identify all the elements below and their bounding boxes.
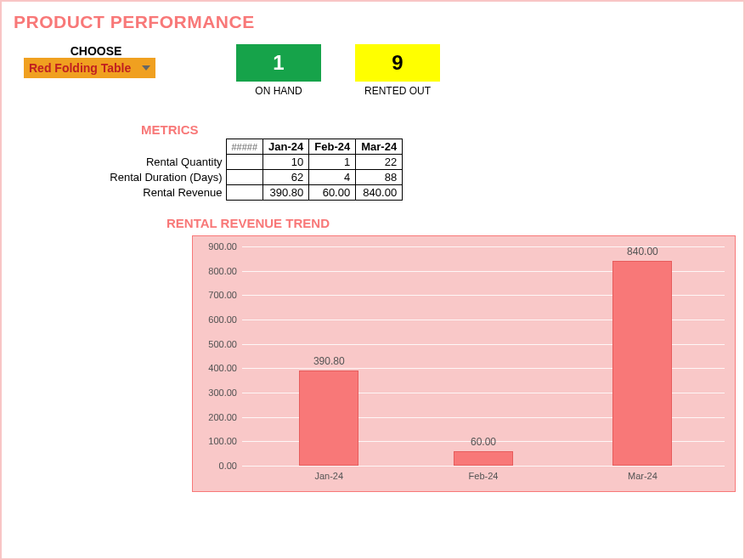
rented-out-stat: 9 RENTED OUT <box>355 44 440 97</box>
y-tick-label: 300.00 <box>201 387 237 398</box>
revenue-chart: 0.00100.00200.00300.00400.00500.00600.00… <box>192 235 736 492</box>
x-tick-label: Jan-24 <box>286 471 371 481</box>
y-tick-label: 500.00 <box>201 339 237 349</box>
chart-bar <box>454 451 513 466</box>
on-hand-value: 1 <box>273 51 284 75</box>
table-cell: 62 <box>263 170 309 185</box>
hash-cell: ##### <box>226 139 263 155</box>
y-tick-label: 700.00 <box>201 290 237 300</box>
row-label: Rental Revenue <box>103 185 226 201</box>
bar-value-label: 840.00 <box>608 246 676 257</box>
x-tick-label: Feb-24 <box>441 471 526 481</box>
grid-line <box>242 466 725 467</box>
page-title: PRODUCT PERFORMANCE <box>14 12 731 32</box>
on-hand-stat: 1 ON HAND <box>236 44 321 97</box>
chart-bar <box>299 371 358 466</box>
rented-out-value: 9 <box>392 51 403 75</box>
choose-label: CHOOSE <box>24 44 168 58</box>
col-header: Mar-24 <box>356 139 403 155</box>
chart-title: RENTAL REVENUE TREND <box>166 216 731 230</box>
y-tick-label: 900.00 <box>201 241 237 252</box>
table-cell: 390.80 <box>263 185 309 201</box>
product-select[interactable]: Red Folding Table <box>24 58 155 78</box>
y-tick-label: 600.00 <box>201 314 237 325</box>
col-header: Feb-24 <box>309 139 356 155</box>
product-select-value: Red Folding Table <box>29 61 131 75</box>
table-cell: 10 <box>263 155 309 170</box>
row-label: Rental Quantity <box>103 155 226 170</box>
metrics-title: METRICS <box>141 122 731 137</box>
table-cell: 60.00 <box>309 185 356 201</box>
table-cell: 4 <box>309 170 356 185</box>
table-cell: 22 <box>356 155 403 170</box>
y-tick-label: 100.00 <box>201 436 237 446</box>
row-label: Rental Duration (Days) <box>103 170 226 185</box>
metrics-table: ##### Jan-24 Feb-24 Mar-24 Rental Quanti… <box>103 139 731 201</box>
bar-value-label: 390.80 <box>295 355 363 367</box>
x-tick-label: Mar-24 <box>600 471 685 481</box>
table-cell: 1 <box>309 155 356 170</box>
bar-value-label: 60.00 <box>449 436 517 448</box>
col-header: Jan-24 <box>263 139 309 155</box>
y-tick-label: 800.00 <box>201 266 237 276</box>
rented-out-label: RENTED OUT <box>355 85 440 97</box>
table-cell: 88 <box>356 170 403 185</box>
on-hand-label: ON HAND <box>236 85 321 97</box>
y-tick-label: 400.00 <box>201 363 237 373</box>
chart-bar <box>612 261 672 466</box>
table-cell: 840.00 <box>356 185 403 201</box>
chevron-down-icon <box>142 65 150 71</box>
y-tick-label: 0.00 <box>201 461 237 471</box>
y-tick-label: 200.00 <box>201 412 237 422</box>
